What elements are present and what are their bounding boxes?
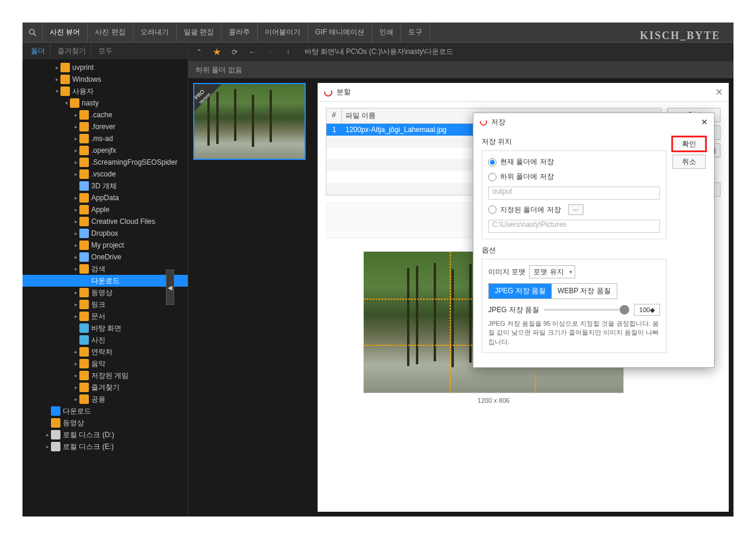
slider-knob-icon[interactable] — [620, 305, 629, 315]
tree-item[interactable]: ▸공용 — [23, 393, 188, 405]
tree-item[interactable]: 3D 개체 — [23, 180, 188, 192]
tree-item[interactable]: ▸.vscode — [23, 168, 188, 180]
tree-item[interactable]: ▸.cache — [23, 109, 188, 121]
tree-item[interactable]: ▸검색 — [23, 263, 188, 275]
tree-item[interactable]: ▸로컬 디스크 (D:) — [23, 429, 188, 441]
tree-item[interactable]: 바탕 화면 — [23, 322, 188, 334]
tree-item[interactable]: ▸즐겨찾기 — [23, 381, 188, 393]
thumbnail[interactable]: PROVersion — [193, 83, 306, 160]
tab-jpeg-quality[interactable]: JPEG 저장 품질 — [489, 284, 552, 299]
tree-label: .ms-ad — [91, 134, 113, 143]
breadcrumb-path: 바탕 화면\내 PC\Os (C:)\사용자\nasty\다운로드 — [305, 47, 453, 57]
chevron-right-icon: ▸ — [72, 112, 79, 118]
tree-item[interactable]: 다운로드 — [23, 275, 188, 287]
tree-item[interactable]: ▸Windows — [23, 73, 188, 85]
close-icon[interactable]: ✕ — [701, 117, 708, 127]
tree-label: 동영상 — [91, 288, 113, 298]
tree-item[interactable]: ▸링크 — [23, 299, 188, 310]
tree-item[interactable]: 사진 — [23, 334, 188, 346]
image-format-select[interactable]: 포맷 유지 — [529, 265, 575, 278]
browse-button[interactable]: ··· — [568, 204, 584, 215]
sidebar-tab-즐겨찾기[interactable]: 즐겨찾기 — [53, 44, 91, 59]
tree-item[interactable]: ▸AppData — [23, 192, 188, 204]
tab-webp-quality[interactable]: WEBP 저장 품질 — [552, 284, 617, 299]
chevron-down-icon: ▾ — [63, 100, 70, 106]
menu-오려내기[interactable]: 오려내기 — [133, 23, 177, 42]
tree-item[interactable]: ▸Apple — [23, 204, 188, 216]
tree-label: 다운로드 — [91, 276, 120, 286]
tree-item[interactable]: ▸uvprint — [23, 62, 188, 73]
cancel-button[interactable]: 취소 — [672, 155, 706, 169]
chevron-right-icon: ▸ — [72, 219, 79, 224]
col-num: # — [326, 108, 342, 123]
chevron-right-icon: ▸ — [72, 313, 79, 319]
menu-일괄 편집[interactable]: 일괄 편집 — [177, 23, 222, 42]
chevron-right-icon: ▸ — [72, 254, 79, 260]
folder-icon — [79, 146, 89, 155]
tree-item[interactable]: ▸문서 — [23, 310, 188, 322]
menu-사진 편집[interactable]: 사진 편집 — [88, 23, 133, 42]
menu-인쇄[interactable]: 인쇄 — [372, 23, 401, 42]
sidebar-collapse-handle[interactable]: ◀ — [166, 270, 174, 305]
subfolder-input[interactable]: output — [488, 187, 660, 200]
tree-item[interactable]: ▸연락처 — [23, 346, 188, 358]
dl-icon — [79, 276, 89, 285]
radio-current-folder[interactable]: 현재 폴더에 저장 — [488, 157, 660, 167]
jpeg-quality-value[interactable]: 100 ◆ — [634, 304, 660, 316]
forward-icon[interactable]: → — [264, 46, 276, 58]
preview-dimensions: 1200 x 806 — [478, 397, 510, 404]
radio-icon — [488, 173, 496, 181]
tree-item[interactable]: ▸Creative Cloud Files — [23, 216, 188, 227]
drive-icon — [51, 430, 60, 439]
tree-item[interactable]: ▸로컬 디스크 (E:) — [23, 441, 188, 453]
sidebar-tabs: 폴더즐겨찾기모두 — [23, 43, 188, 59]
folder-icon — [79, 193, 89, 203]
tree-label: 음악 — [91, 359, 105, 369]
ok-button[interactable]: 확인 — [672, 137, 706, 151]
up-icon[interactable]: ↑ — [282, 46, 294, 58]
sidebar-tab-모두[interactable]: 모두 — [94, 44, 117, 59]
chevron-right-icon: ▸ — [72, 207, 79, 213]
menu-도구[interactable]: 도구 — [401, 23, 430, 42]
app-icon — [323, 88, 333, 97]
jpeg-quality-slider[interactable] — [544, 309, 629, 311]
chevron-right-icon: ▸ — [72, 301, 79, 307]
back-icon[interactable]: ← — [246, 46, 258, 58]
tree-item[interactable]: 동영상 — [23, 417, 188, 429]
tree-label: uvprint — [72, 63, 94, 72]
sidebar-tab-폴더[interactable]: 폴더 — [26, 44, 50, 59]
folder-tree: ▸uvprint▸Windows▾사용자▾nasty▸.cache▸.forev… — [23, 59, 188, 516]
menu-GIF 애니메이션[interactable]: GIF 애니메이션 — [308, 23, 372, 42]
menu-콜라주[interactable]: 콜라주 — [222, 23, 258, 42]
specified-folder-input[interactable]: C:\Users\nasty\Pictures — [488, 220, 660, 233]
expand-up-icon[interactable]: ⌃ — [193, 46, 205, 58]
tree-item[interactable]: ▸.ms-ad — [23, 133, 188, 145]
radio-subfolder[interactable]: 하위 폴더에 저장 — [488, 172, 660, 182]
tree-item[interactable]: ▾nasty — [23, 97, 188, 109]
refresh-icon[interactable]: ⟳ — [229, 46, 241, 58]
menu-사진 뷰어[interactable]: 사진 뷰어 — [43, 23, 88, 42]
tree-item[interactable]: ▸동영상 — [23, 287, 188, 299]
menu-이어붙이기[interactable]: 이어붙이기 — [258, 23, 308, 42]
favorite-star-icon[interactable]: ★ — [211, 46, 223, 58]
tree-item[interactable]: ▸.forever — [23, 121, 188, 133]
tree-item[interactable]: ▾사용자 — [23, 85, 188, 97]
menubar: 사진 뷰어사진 편집오려내기일괄 편집콜라주이어붙이기GIF 애니메이션인쇄도구 — [23, 23, 733, 43]
radio-icon — [488, 206, 496, 214]
svg-line-1 — [34, 34, 36, 36]
tree-item[interactable]: ▸음악 — [23, 358, 188, 370]
tree-item[interactable]: ▸OneDrive — [23, 251, 188, 263]
tree-item[interactable]: 다운로드 — [23, 405, 188, 417]
close-icon[interactable]: ✕ — [715, 86, 723, 98]
tree-item[interactable]: ▸저장된 게임 — [23, 370, 188, 381]
tree-item[interactable]: ▸My project — [23, 239, 188, 251]
chevron-right-icon: ▸ — [72, 396, 79, 402]
tree-item[interactable]: ▸.openjfx — [23, 145, 188, 156]
radio-specified-folder[interactable]: 지정된 폴더에 저장 ··· — [488, 204, 660, 215]
tree-item[interactable]: ▸.ScreamingFrogSEOSpider — [23, 156, 188, 168]
tree-label: 연락처 — [91, 347, 113, 357]
app-logo[interactable] — [23, 23, 43, 43]
special-icon — [79, 229, 89, 238]
tree-item[interactable]: ▸Dropbox — [23, 227, 188, 239]
svg-point-2 — [325, 89, 332, 96]
